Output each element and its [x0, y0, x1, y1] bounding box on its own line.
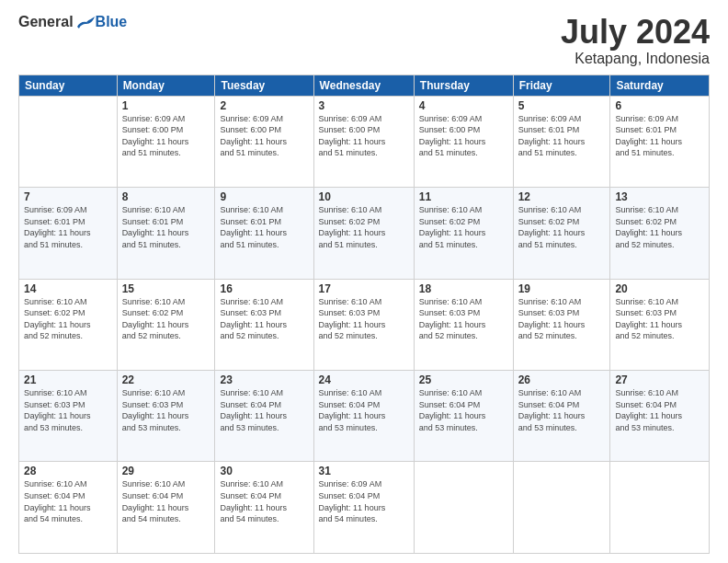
table-row: 1Sunrise: 6:09 AM Sunset: 6:00 PM Daylig…: [117, 96, 215, 187]
day-number: 14: [24, 282, 112, 295]
day-number: 16: [220, 282, 308, 295]
week-row-3: 14Sunrise: 6:10 AM Sunset: 6:02 PM Dayli…: [19, 279, 710, 370]
col-friday: Friday: [513, 75, 610, 96]
table-row: 14Sunrise: 6:10 AM Sunset: 6:02 PM Dayli…: [19, 279, 118, 370]
table-row: 12Sunrise: 6:10 AM Sunset: 6:02 PM Dayli…: [513, 188, 610, 279]
col-monday: Monday: [117, 75, 215, 96]
calendar-table: Sunday Monday Tuesday Wednesday Thursday…: [18, 75, 710, 554]
day-number: 26: [518, 373, 606, 386]
table-row: 6Sunrise: 6:09 AM Sunset: 6:01 PM Daylig…: [610, 96, 710, 187]
day-info: Sunrise: 6:09 AM Sunset: 6:01 PM Dayligh…: [615, 113, 704, 159]
table-row: 17Sunrise: 6:10 AM Sunset: 6:03 PM Dayli…: [313, 279, 414, 370]
table-row: 4Sunrise: 6:09 AM Sunset: 6:00 PM Daylig…: [414, 96, 513, 187]
day-number: 19: [518, 282, 606, 295]
table-row: 13Sunrise: 6:10 AM Sunset: 6:02 PM Dayli…: [610, 188, 710, 279]
logo-bird-icon: [75, 14, 96, 30]
day-info: Sunrise: 6:10 AM Sunset: 6:04 PM Dayligh…: [220, 387, 308, 433]
day-info: Sunrise: 6:10 AM Sunset: 6:02 PM Dayligh…: [518, 204, 606, 250]
day-info: Sunrise: 6:10 AM Sunset: 6:02 PM Dayligh…: [122, 296, 210, 342]
day-info: Sunrise: 6:10 AM Sunset: 6:04 PM Dayligh…: [122, 478, 210, 524]
day-number: 27: [615, 373, 704, 386]
week-row-4: 21Sunrise: 6:10 AM Sunset: 6:03 PM Dayli…: [19, 371, 710, 462]
day-number: 2: [220, 99, 308, 112]
table-row: 29Sunrise: 6:10 AM Sunset: 6:04 PM Dayli…: [117, 462, 215, 554]
table-row: 19Sunrise: 6:10 AM Sunset: 6:03 PM Dayli…: [513, 279, 610, 370]
day-number: 20: [615, 282, 704, 295]
day-info: Sunrise: 6:10 AM Sunset: 6:03 PM Dayligh…: [220, 296, 308, 342]
table-row: 3Sunrise: 6:09 AM Sunset: 6:00 PM Daylig…: [313, 96, 414, 187]
table-row: 9Sunrise: 6:10 AM Sunset: 6:01 PM Daylig…: [215, 188, 313, 279]
week-row-1: 1Sunrise: 6:09 AM Sunset: 6:00 PM Daylig…: [19, 96, 710, 187]
day-number: 21: [24, 373, 112, 386]
col-tuesday: Tuesday: [215, 75, 313, 96]
table-row: [513, 462, 610, 554]
day-info: Sunrise: 6:10 AM Sunset: 6:04 PM Dayligh…: [518, 387, 606, 433]
day-info: Sunrise: 6:10 AM Sunset: 6:03 PM Dayligh…: [518, 296, 606, 342]
table-row: 30Sunrise: 6:10 AM Sunset: 6:04 PM Dayli…: [215, 462, 313, 554]
day-number: 3: [319, 99, 409, 112]
table-row: 2Sunrise: 6:09 AM Sunset: 6:00 PM Daylig…: [215, 96, 313, 187]
header: General Blue July 2024 Ketapang, Indones…: [18, 14, 710, 67]
day-info: Sunrise: 6:10 AM Sunset: 6:04 PM Dayligh…: [615, 387, 704, 433]
calendar-page: General Blue July 2024 Ketapang, Indones…: [0, 0, 728, 563]
day-number: 17: [319, 282, 409, 295]
table-row: 5Sunrise: 6:09 AM Sunset: 6:01 PM Daylig…: [513, 96, 610, 187]
day-number: 4: [419, 99, 508, 112]
day-info: Sunrise: 6:09 AM Sunset: 6:01 PM Dayligh…: [24, 204, 112, 250]
day-number: 11: [419, 190, 508, 203]
table-row: 22Sunrise: 6:10 AM Sunset: 6:03 PM Dayli…: [117, 371, 215, 462]
day-info: Sunrise: 6:10 AM Sunset: 6:02 PM Dayligh…: [319, 204, 409, 250]
day-number: 23: [220, 373, 308, 386]
day-number: 18: [419, 282, 508, 295]
table-row: [414, 462, 513, 554]
day-number: 8: [122, 190, 210, 203]
month-title: July 2024: [561, 14, 710, 51]
table-row: 26Sunrise: 6:10 AM Sunset: 6:04 PM Dayli…: [513, 371, 610, 462]
day-info: Sunrise: 6:09 AM Sunset: 6:00 PM Dayligh…: [319, 113, 409, 159]
day-info: Sunrise: 6:10 AM Sunset: 6:03 PM Dayligh…: [419, 296, 508, 342]
day-number: 10: [319, 190, 409, 203]
day-info: Sunrise: 6:09 AM Sunset: 6:00 PM Dayligh…: [220, 113, 308, 159]
day-info: Sunrise: 6:10 AM Sunset: 6:03 PM Dayligh…: [122, 387, 210, 433]
day-number: 30: [220, 465, 308, 477]
day-info: Sunrise: 6:10 AM Sunset: 6:02 PM Dayligh…: [615, 204, 704, 250]
col-sunday: Sunday: [19, 75, 118, 96]
day-number: 12: [518, 190, 606, 203]
day-info: Sunrise: 6:09 AM Sunset: 6:00 PM Dayligh…: [122, 113, 210, 159]
table-row: 24Sunrise: 6:10 AM Sunset: 6:04 PM Dayli…: [313, 371, 414, 462]
table-row: 31Sunrise: 6:09 AM Sunset: 6:04 PM Dayli…: [313, 462, 414, 554]
table-row: 15Sunrise: 6:10 AM Sunset: 6:02 PM Dayli…: [117, 279, 215, 370]
table-row: 27Sunrise: 6:10 AM Sunset: 6:04 PM Dayli…: [610, 371, 710, 462]
day-number: 31: [319, 465, 409, 477]
logo: General Blue: [18, 14, 127, 30]
table-row: 18Sunrise: 6:10 AM Sunset: 6:03 PM Dayli…: [414, 279, 513, 370]
day-info: Sunrise: 6:10 AM Sunset: 6:04 PM Dayligh…: [24, 478, 112, 524]
day-info: Sunrise: 6:10 AM Sunset: 6:04 PM Dayligh…: [419, 387, 508, 433]
header-row: Sunday Monday Tuesday Wednesday Thursday…: [19, 75, 710, 96]
table-row: 7Sunrise: 6:09 AM Sunset: 6:01 PM Daylig…: [19, 188, 118, 279]
day-number: 28: [24, 465, 112, 477]
table-row: 10Sunrise: 6:10 AM Sunset: 6:02 PM Dayli…: [313, 188, 414, 279]
day-number: 22: [122, 373, 210, 386]
day-info: Sunrise: 6:10 AM Sunset: 6:03 PM Dayligh…: [615, 296, 704, 342]
day-info: Sunrise: 6:10 AM Sunset: 6:02 PM Dayligh…: [419, 204, 508, 250]
col-saturday: Saturday: [610, 75, 710, 96]
day-info: Sunrise: 6:10 AM Sunset: 6:03 PM Dayligh…: [24, 387, 112, 433]
day-info: Sunrise: 6:10 AM Sunset: 6:02 PM Dayligh…: [24, 296, 112, 342]
title-section: July 2024 Ketapang, Indonesia: [561, 14, 710, 67]
col-wednesday: Wednesday: [313, 75, 414, 96]
week-row-2: 7Sunrise: 6:09 AM Sunset: 6:01 PM Daylig…: [19, 188, 710, 279]
day-number: 29: [122, 465, 210, 477]
day-info: Sunrise: 6:09 AM Sunset: 6:00 PM Dayligh…: [419, 113, 508, 159]
day-info: Sunrise: 6:10 AM Sunset: 6:01 PM Dayligh…: [220, 204, 308, 250]
day-info: Sunrise: 6:10 AM Sunset: 6:04 PM Dayligh…: [220, 478, 308, 524]
day-number: 6: [615, 99, 704, 112]
day-info: Sunrise: 6:10 AM Sunset: 6:03 PM Dayligh…: [319, 296, 409, 342]
week-row-5: 28Sunrise: 6:10 AM Sunset: 6:04 PM Dayli…: [19, 462, 710, 554]
day-number: 15: [122, 282, 210, 295]
day-number: 13: [615, 190, 704, 203]
day-number: 5: [518, 99, 606, 112]
location: Ketapang, Indonesia: [561, 51, 710, 67]
table-row: 11Sunrise: 6:10 AM Sunset: 6:02 PM Dayli…: [414, 188, 513, 279]
table-row: 8Sunrise: 6:10 AM Sunset: 6:01 PM Daylig…: [117, 188, 215, 279]
